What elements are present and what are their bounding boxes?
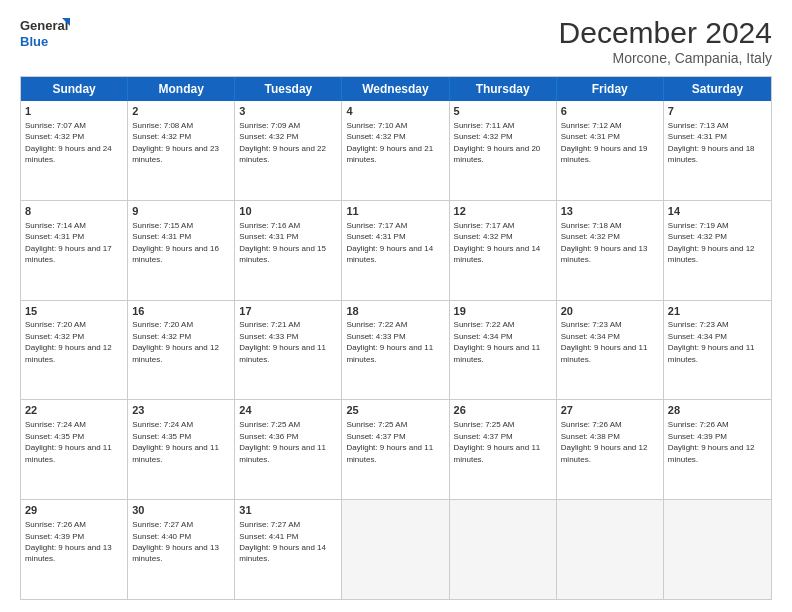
- day-info: Sunrise: 7:25 AMSunset: 4:37 PMDaylight:…: [346, 420, 433, 463]
- day-number: 5: [454, 104, 552, 119]
- calendar-day-cell: 1Sunrise: 7:07 AMSunset: 4:32 PMDaylight…: [21, 101, 128, 200]
- day-info: Sunrise: 7:13 AMSunset: 4:31 PMDaylight:…: [668, 121, 755, 164]
- day-number: 7: [668, 104, 767, 119]
- calendar-day-cell: 22Sunrise: 7:24 AMSunset: 4:35 PMDayligh…: [21, 400, 128, 499]
- calendar-day-cell: 16Sunrise: 7:20 AMSunset: 4:32 PMDayligh…: [128, 301, 235, 400]
- day-number: 17: [239, 304, 337, 319]
- calendar-day-cell: 15Sunrise: 7:20 AMSunset: 4:32 PMDayligh…: [21, 301, 128, 400]
- calendar-empty-cell: [557, 500, 664, 599]
- calendar-day-cell: 7Sunrise: 7:13 AMSunset: 4:31 PMDaylight…: [664, 101, 771, 200]
- calendar-week-row: 29Sunrise: 7:26 AMSunset: 4:39 PMDayligh…: [21, 500, 771, 599]
- calendar-day-cell: 31Sunrise: 7:27 AMSunset: 4:41 PMDayligh…: [235, 500, 342, 599]
- day-info: Sunrise: 7:10 AMSunset: 4:32 PMDaylight:…: [346, 121, 433, 164]
- calendar-week-row: 22Sunrise: 7:24 AMSunset: 4:35 PMDayligh…: [21, 400, 771, 500]
- day-number: 24: [239, 403, 337, 418]
- logo: General Blue: [20, 16, 70, 52]
- day-number: 29: [25, 503, 123, 518]
- calendar-week-row: 15Sunrise: 7:20 AMSunset: 4:32 PMDayligh…: [21, 301, 771, 401]
- day-number: 15: [25, 304, 123, 319]
- calendar-day-cell: 14Sunrise: 7:19 AMSunset: 4:32 PMDayligh…: [664, 201, 771, 300]
- day-number: 6: [561, 104, 659, 119]
- day-number: 4: [346, 104, 444, 119]
- day-info: Sunrise: 7:20 AMSunset: 4:32 PMDaylight:…: [132, 320, 219, 363]
- page-title: December 2024: [559, 16, 772, 50]
- day-number: 14: [668, 204, 767, 219]
- day-info: Sunrise: 7:24 AMSunset: 4:35 PMDaylight:…: [132, 420, 219, 463]
- day-info: Sunrise: 7:26 AMSunset: 4:38 PMDaylight:…: [561, 420, 648, 463]
- calendar-day-cell: 6Sunrise: 7:12 AMSunset: 4:31 PMDaylight…: [557, 101, 664, 200]
- day-number: 23: [132, 403, 230, 418]
- calendar-day-header: Friday: [557, 77, 664, 101]
- svg-text:Blue: Blue: [20, 34, 48, 49]
- calendar-empty-cell: [664, 500, 771, 599]
- calendar-day-header: Thursday: [450, 77, 557, 101]
- calendar-day-cell: 12Sunrise: 7:17 AMSunset: 4:32 PMDayligh…: [450, 201, 557, 300]
- calendar-empty-cell: [342, 500, 449, 599]
- calendar-day-cell: 27Sunrise: 7:26 AMSunset: 4:38 PMDayligh…: [557, 400, 664, 499]
- calendar-empty-cell: [450, 500, 557, 599]
- day-number: 21: [668, 304, 767, 319]
- day-info: Sunrise: 7:18 AMSunset: 4:32 PMDaylight:…: [561, 221, 648, 264]
- calendar-day-header: Sunday: [21, 77, 128, 101]
- day-number: 3: [239, 104, 337, 119]
- day-number: 18: [346, 304, 444, 319]
- day-info: Sunrise: 7:23 AMSunset: 4:34 PMDaylight:…: [668, 320, 755, 363]
- calendar-day-cell: 28Sunrise: 7:26 AMSunset: 4:39 PMDayligh…: [664, 400, 771, 499]
- day-number: 1: [25, 104, 123, 119]
- calendar-day-header: Wednesday: [342, 77, 449, 101]
- day-info: Sunrise: 7:27 AMSunset: 4:40 PMDaylight:…: [132, 520, 219, 563]
- day-info: Sunrise: 7:22 AMSunset: 4:34 PMDaylight:…: [454, 320, 541, 363]
- calendar-day-header: Tuesday: [235, 77, 342, 101]
- day-info: Sunrise: 7:11 AMSunset: 4:32 PMDaylight:…: [454, 121, 541, 164]
- calendar-day-cell: 19Sunrise: 7:22 AMSunset: 4:34 PMDayligh…: [450, 301, 557, 400]
- calendar-week-row: 8Sunrise: 7:14 AMSunset: 4:31 PMDaylight…: [21, 201, 771, 301]
- day-info: Sunrise: 7:25 AMSunset: 4:36 PMDaylight:…: [239, 420, 326, 463]
- day-number: 31: [239, 503, 337, 518]
- page-subtitle: Morcone, Campania, Italy: [559, 50, 772, 66]
- day-number: 28: [668, 403, 767, 418]
- day-info: Sunrise: 7:12 AMSunset: 4:31 PMDaylight:…: [561, 121, 648, 164]
- calendar-day-header: Monday: [128, 77, 235, 101]
- day-number: 22: [25, 403, 123, 418]
- calendar-day-cell: 26Sunrise: 7:25 AMSunset: 4:37 PMDayligh…: [450, 400, 557, 499]
- calendar-day-cell: 5Sunrise: 7:11 AMSunset: 4:32 PMDaylight…: [450, 101, 557, 200]
- day-info: Sunrise: 7:26 AMSunset: 4:39 PMDaylight:…: [668, 420, 755, 463]
- day-number: 13: [561, 204, 659, 219]
- day-info: Sunrise: 7:23 AMSunset: 4:34 PMDaylight:…: [561, 320, 648, 363]
- calendar-day-cell: 23Sunrise: 7:24 AMSunset: 4:35 PMDayligh…: [128, 400, 235, 499]
- calendar-day-cell: 24Sunrise: 7:25 AMSunset: 4:36 PMDayligh…: [235, 400, 342, 499]
- day-info: Sunrise: 7:17 AMSunset: 4:32 PMDaylight:…: [454, 221, 541, 264]
- day-info: Sunrise: 7:22 AMSunset: 4:33 PMDaylight:…: [346, 320, 433, 363]
- day-number: 20: [561, 304, 659, 319]
- day-info: Sunrise: 7:07 AMSunset: 4:32 PMDaylight:…: [25, 121, 112, 164]
- day-number: 30: [132, 503, 230, 518]
- svg-text:General: General: [20, 18, 68, 33]
- day-number: 11: [346, 204, 444, 219]
- calendar-day-cell: 30Sunrise: 7:27 AMSunset: 4:40 PMDayligh…: [128, 500, 235, 599]
- day-info: Sunrise: 7:27 AMSunset: 4:41 PMDaylight:…: [239, 520, 326, 563]
- calendar-day-cell: 29Sunrise: 7:26 AMSunset: 4:39 PMDayligh…: [21, 500, 128, 599]
- day-info: Sunrise: 7:25 AMSunset: 4:37 PMDaylight:…: [454, 420, 541, 463]
- day-info: Sunrise: 7:19 AMSunset: 4:32 PMDaylight:…: [668, 221, 755, 264]
- calendar-day-cell: 8Sunrise: 7:14 AMSunset: 4:31 PMDaylight…: [21, 201, 128, 300]
- day-info: Sunrise: 7:15 AMSunset: 4:31 PMDaylight:…: [132, 221, 219, 264]
- calendar: SundayMondayTuesdayWednesdayThursdayFrid…: [20, 76, 772, 600]
- day-info: Sunrise: 7:20 AMSunset: 4:32 PMDaylight:…: [25, 320, 112, 363]
- day-info: Sunrise: 7:08 AMSunset: 4:32 PMDaylight:…: [132, 121, 219, 164]
- day-number: 2: [132, 104, 230, 119]
- day-number: 8: [25, 204, 123, 219]
- day-info: Sunrise: 7:17 AMSunset: 4:31 PMDaylight:…: [346, 221, 433, 264]
- calendar-day-cell: 3Sunrise: 7:09 AMSunset: 4:32 PMDaylight…: [235, 101, 342, 200]
- calendar-header: SundayMondayTuesdayWednesdayThursdayFrid…: [21, 77, 771, 101]
- day-number: 9: [132, 204, 230, 219]
- calendar-day-cell: 11Sunrise: 7:17 AMSunset: 4:31 PMDayligh…: [342, 201, 449, 300]
- calendar-day-cell: 18Sunrise: 7:22 AMSunset: 4:33 PMDayligh…: [342, 301, 449, 400]
- calendar-day-cell: 17Sunrise: 7:21 AMSunset: 4:33 PMDayligh…: [235, 301, 342, 400]
- calendar-day-cell: 2Sunrise: 7:08 AMSunset: 4:32 PMDaylight…: [128, 101, 235, 200]
- day-number: 26: [454, 403, 552, 418]
- calendar-day-cell: 4Sunrise: 7:10 AMSunset: 4:32 PMDaylight…: [342, 101, 449, 200]
- day-info: Sunrise: 7:14 AMSunset: 4:31 PMDaylight:…: [25, 221, 112, 264]
- day-number: 25: [346, 403, 444, 418]
- day-info: Sunrise: 7:09 AMSunset: 4:32 PMDaylight:…: [239, 121, 326, 164]
- calendar-day-cell: 10Sunrise: 7:16 AMSunset: 4:31 PMDayligh…: [235, 201, 342, 300]
